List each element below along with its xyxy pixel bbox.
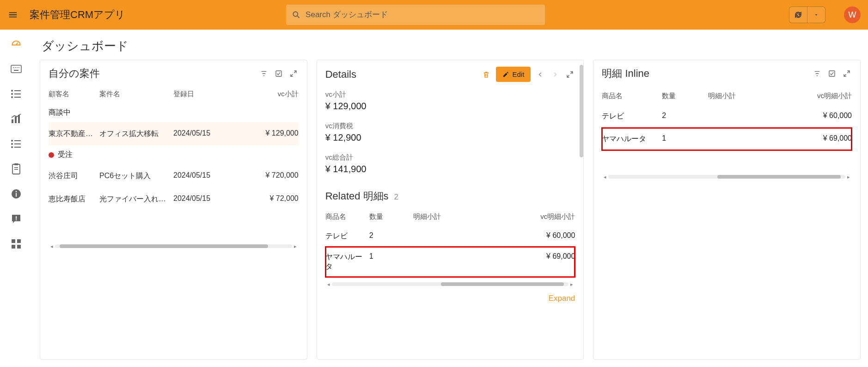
- svg-rect-16: [15, 117, 17, 123]
- related-row[interactable]: ヤマハルータ 1 ¥ 69,000: [325, 247, 575, 277]
- search-input[interactable]: [306, 10, 539, 19]
- table-header: 顧客名 案件名 登録日 vc小計: [49, 85, 299, 103]
- status-label: 受注: [58, 150, 73, 160]
- vertical-scrollbar[interactable]: [579, 60, 583, 359]
- search-icon: [292, 10, 301, 19]
- panel-my-cases-title: 自分の案件: [49, 67, 254, 81]
- filter-icon[interactable]: [812, 68, 822, 79]
- svg-point-30: [16, 191, 17, 193]
- info-icon[interactable]: [10, 188, 22, 200]
- svg-rect-33: [12, 239, 15, 243]
- horizontal-scrollbar[interactable]: ◂ ▸: [49, 243, 299, 249]
- svg-rect-37: [276, 71, 281, 76]
- inline-table-header: 商品名 数量 明細小計 vc明細小計: [602, 85, 852, 105]
- svg-point-20: [11, 143, 13, 145]
- sync-dropdown[interactable]: [807, 7, 825, 23]
- svg-point-32: [16, 219, 17, 220]
- table-row[interactable]: 恵比寿飯店 光ファイバー入れ… 2024/05/15 ¥ 72,000: [49, 187, 299, 211]
- status-dot-icon: [49, 152, 54, 158]
- status-group[interactable]: 商談中: [49, 103, 299, 122]
- expand-icon[interactable]: [288, 68, 299, 79]
- sync-button-group: [789, 6, 825, 23]
- apps-icon[interactable]: [10, 238, 22, 250]
- search-field[interactable]: [286, 5, 545, 25]
- expand-link[interactable]: Expand: [325, 287, 575, 306]
- inline-row[interactable]: ヤマハルータ 1 ¥ 69,000: [602, 128, 852, 150]
- chart-icon[interactable]: [10, 113, 22, 125]
- checkbox-icon[interactable]: [827, 68, 837, 79]
- dashboard-icon[interactable]: [10, 38, 22, 50]
- avatar[interactable]: W: [844, 6, 861, 23]
- svg-point-4: [13, 67, 14, 68]
- delete-icon[interactable]: [481, 69, 491, 80]
- svg-rect-31: [16, 216, 17, 219]
- panel-inline: 明細 Inline 商品名 数量 明細小計 vc明細小計 テレビ 2: [593, 60, 861, 360]
- kv-label: vc小計: [325, 90, 575, 99]
- edit-icon: [502, 71, 509, 78]
- expand-icon[interactable]: [842, 68, 852, 79]
- clipboard-icon[interactable]: [10, 163, 22, 175]
- kv-value: ¥ 141,900: [325, 164, 575, 174]
- status-group[interactable]: 受注: [49, 145, 299, 164]
- sync-button[interactable]: [789, 7, 807, 23]
- related-count: 2: [394, 193, 398, 201]
- keyboard-icon[interactable]: [10, 63, 22, 75]
- filter-icon[interactable]: [259, 68, 269, 79]
- svg-point-9: [11, 90, 13, 92]
- expand-icon[interactable]: [565, 69, 575, 80]
- panel-details: Details Edit vc小計 ¥ 129,000: [317, 60, 584, 360]
- kv-label: vc消費税: [325, 122, 575, 131]
- next-icon[interactable]: [550, 69, 560, 80]
- checkbox-icon[interactable]: [274, 68, 284, 79]
- status-label: 商談中: [49, 108, 71, 118]
- panel-my-cases: 自分の案件 顧客名 案件名 登録日 vc小計 商談中: [40, 60, 307, 360]
- scroll-right-icon[interactable]: ▸: [568, 281, 575, 287]
- scroll-left-icon[interactable]: ◂: [325, 281, 332, 287]
- svg-rect-3: [11, 65, 21, 73]
- prev-icon[interactable]: [535, 69, 545, 80]
- horizontal-scrollbar[interactable]: ◂ ▸: [325, 281, 575, 287]
- svg-rect-14: [14, 97, 21, 98]
- svg-point-0: [293, 12, 298, 16]
- scroll-right-icon[interactable]: ▸: [845, 174, 852, 180]
- kv-value: ¥ 12,900: [325, 132, 575, 143]
- svg-rect-38: [829, 71, 835, 76]
- table-row[interactable]: 渋谷庄司 PC6セット購入 2024/05/15 ¥ 720,000: [49, 164, 299, 187]
- svg-rect-25: [14, 163, 18, 165]
- related-title: Related 明細s: [325, 189, 389, 203]
- svg-rect-21: [14, 143, 21, 144]
- kv-value: ¥ 129,000: [325, 101, 575, 112]
- col-case: 案件名: [99, 90, 173, 99]
- kv-label: vc総合計: [325, 153, 575, 162]
- related-table-header: 商品名 数量 明細小計 vc明細小計: [325, 206, 575, 226]
- scroll-left-icon[interactable]: ◂: [49, 243, 55, 249]
- svg-point-11: [11, 93, 13, 95]
- svg-point-22: [11, 146, 13, 148]
- svg-rect-19: [14, 140, 21, 141]
- svg-rect-23: [14, 147, 21, 148]
- edit-button[interactable]: Edit: [496, 67, 531, 82]
- related-row[interactable]: テレビ 2 ¥ 60,000: [325, 226, 575, 247]
- feedback-icon[interactable]: [10, 213, 22, 225]
- horizontal-scrollbar[interactable]: ◂ ▸: [602, 174, 852, 180]
- svg-point-6: [17, 67, 18, 68]
- scroll-left-icon[interactable]: ◂: [602, 174, 608, 180]
- panel-details-title: Details: [325, 68, 477, 81]
- svg-rect-10: [14, 90, 21, 91]
- hamburger-icon[interactable]: [7, 9, 18, 20]
- left-nav-rail: [0, 30, 32, 367]
- svg-rect-34: [17, 239, 21, 243]
- panel-inline-title: 明細 Inline: [602, 67, 807, 81]
- page-title: ダッシュボード: [42, 38, 128, 54]
- svg-line-1: [298, 16, 300, 18]
- svg-rect-15: [12, 119, 13, 123]
- scroll-right-icon[interactable]: ▸: [292, 243, 299, 249]
- list-icon[interactable]: [10, 88, 22, 100]
- svg-point-5: [15, 67, 16, 68]
- inline-row[interactable]: テレビ 2 ¥ 60,000: [602, 105, 852, 128]
- table-row[interactable]: 東京不動産… オフィス拡大移転 2024/05/15 ¥ 129,000: [49, 122, 299, 145]
- list2-icon[interactable]: [10, 138, 22, 150]
- svg-point-7: [18, 67, 19, 68]
- svg-rect-29: [16, 193, 17, 197]
- col-customer: 顧客名: [49, 90, 99, 99]
